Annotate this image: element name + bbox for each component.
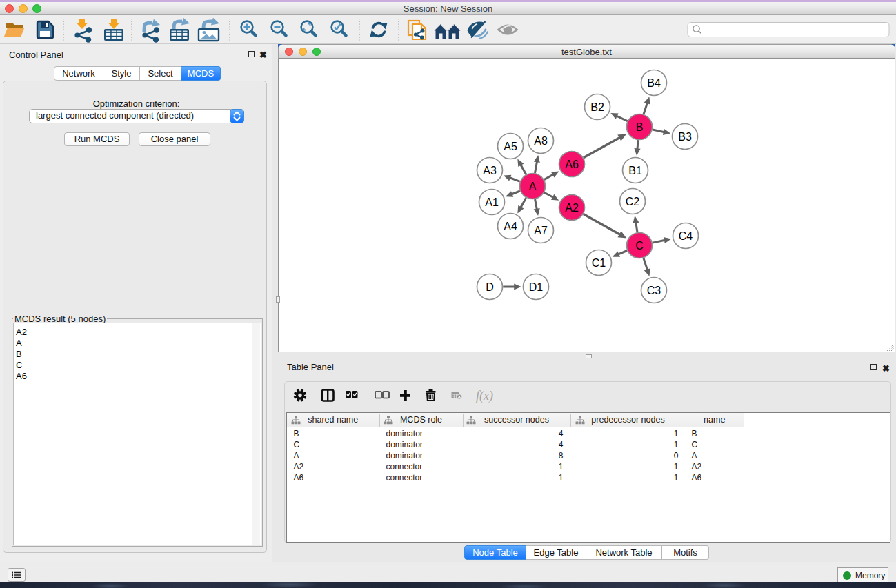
svg-text:B4: B4: [647, 77, 661, 89]
svg-text:A6: A6: [565, 159, 579, 170]
svg-text:A5: A5: [504, 141, 517, 152]
svg-text:B1: B1: [628, 165, 642, 176]
svg-text:A7: A7: [534, 225, 548, 236]
svg-text:A3: A3: [483, 165, 497, 176]
svg-text:D1: D1: [529, 281, 544, 293]
svg-text:C: C: [635, 240, 644, 252]
svg-text:A1: A1: [485, 196, 499, 208]
svg-text:D: D: [486, 281, 494, 293]
svg-text:B2: B2: [590, 101, 604, 113]
svg-text:B: B: [636, 121, 644, 133]
svg-text:A8: A8: [534, 135, 548, 147]
svg-text:C3: C3: [647, 285, 661, 296]
svg-text:C2: C2: [626, 196, 640, 207]
svg-text:A: A: [529, 181, 537, 192]
svg-text:f(x): f(x): [476, 389, 493, 403]
svg-text:B3: B3: [678, 131, 692, 143]
svg-text:A4: A4: [504, 221, 517, 232]
svg-text:C4: C4: [679, 230, 693, 242]
svg-text:A2: A2: [565, 202, 579, 214]
svg-text:C1: C1: [592, 257, 606, 269]
